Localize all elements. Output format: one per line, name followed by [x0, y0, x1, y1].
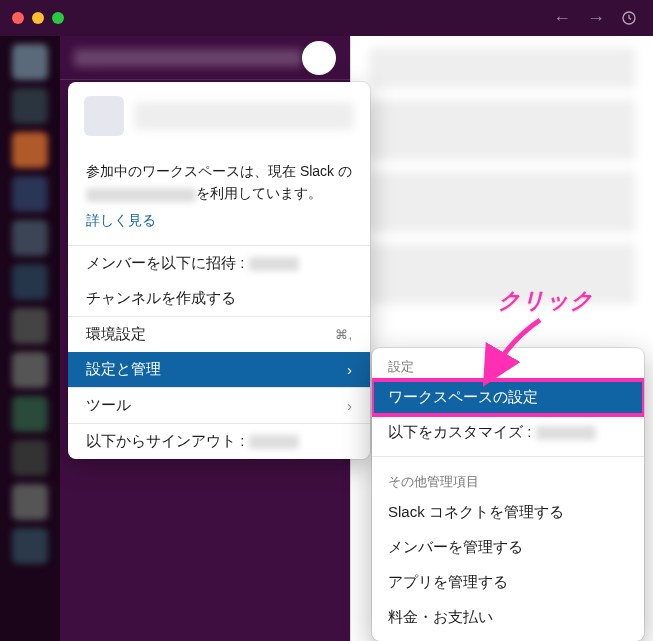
workspace-switch-item[interactable]: [12, 308, 48, 344]
workspace-switch-item[interactable]: [12, 440, 48, 476]
sidebar-header[interactable]: [60, 36, 350, 80]
menu-header: [68, 82, 370, 150]
settings-admin-submenu: 設定 ワークスペースの設定 以下をカスタマイズ : その他管理項目 Slack …: [372, 348, 644, 641]
submenu-item-billing[interactable]: 料金・お支払い: [372, 600, 644, 635]
menu-item-invite[interactable]: メンバーを以下に招待 :: [68, 246, 370, 281]
close-window-icon[interactable]: [12, 12, 24, 24]
workspace-switch-item[interactable]: [12, 528, 48, 564]
maximize-window-icon[interactable]: [52, 12, 64, 24]
history-icon[interactable]: [621, 10, 637, 26]
chevron-right-icon: ›: [347, 361, 352, 378]
menu-item-create-channel[interactable]: チャンネルを作成する: [68, 281, 370, 316]
workspace-switch-item[interactable]: [12, 484, 48, 520]
workspace-switch-item[interactable]: [12, 264, 48, 300]
window-controls[interactable]: [12, 12, 64, 24]
submenu-section-label: その他管理項目: [372, 463, 644, 495]
submenu-item-customize[interactable]: 以下をカスタマイズ :: [372, 415, 644, 450]
submenu-section-label: 設定: [372, 348, 644, 380]
menu-item-settings-admin[interactable]: 設定と管理 ›: [68, 352, 370, 387]
workspace-menu: 参加中のワークスペースは、現在 Slack の を利用しています。 詳しく見る …: [68, 82, 370, 459]
menu-item-tools[interactable]: ツール ›: [68, 388, 370, 423]
workspace-avatar: [84, 96, 124, 136]
chevron-right-icon: ›: [347, 397, 352, 414]
workspace-name: [74, 49, 302, 67]
nav-forward-icon[interactable]: →: [587, 8, 605, 29]
submenu-item-workspace-settings[interactable]: ワークスペースの設定: [372, 380, 644, 415]
annotation-label: クリック: [498, 286, 594, 316]
workspace-rail: [0, 36, 60, 641]
menu-item-preferences[interactable]: 環境設定 ⌘,: [68, 317, 370, 352]
plan-info: 参加中のワークスペースは、現在 Slack の を利用しています。 詳しく見る: [68, 150, 370, 245]
workspace-switch-item[interactable]: [12, 176, 48, 212]
workspace-switch-item[interactable]: [12, 132, 48, 168]
titlebar: ← →: [0, 0, 653, 36]
workspace-switch-item[interactable]: [12, 88, 48, 124]
minimize-window-icon[interactable]: [32, 12, 44, 24]
menu-item-signout[interactable]: 以下からサインアウト :: [68, 424, 370, 459]
submenu-item-manage-members[interactable]: メンバーを管理する: [372, 530, 644, 565]
submenu-item-manage-connect[interactable]: Slack コネクトを管理する: [372, 495, 644, 530]
submenu-item-manage-apps[interactable]: アプリを管理する: [372, 565, 644, 600]
learn-more-link[interactable]: 詳しく見る: [86, 209, 156, 231]
plan-name-blur: [86, 188, 196, 202]
workspace-switch-item[interactable]: [12, 352, 48, 388]
compose-button[interactable]: [302, 41, 336, 75]
nav-back-icon[interactable]: ←: [553, 8, 571, 29]
workspace-switch-item[interactable]: [12, 44, 48, 80]
workspace-title-blur: [134, 102, 354, 130]
workspace-switch-item[interactable]: [12, 396, 48, 432]
workspace-switch-item[interactable]: [12, 220, 48, 256]
shortcut-label: ⌘,: [335, 327, 352, 342]
